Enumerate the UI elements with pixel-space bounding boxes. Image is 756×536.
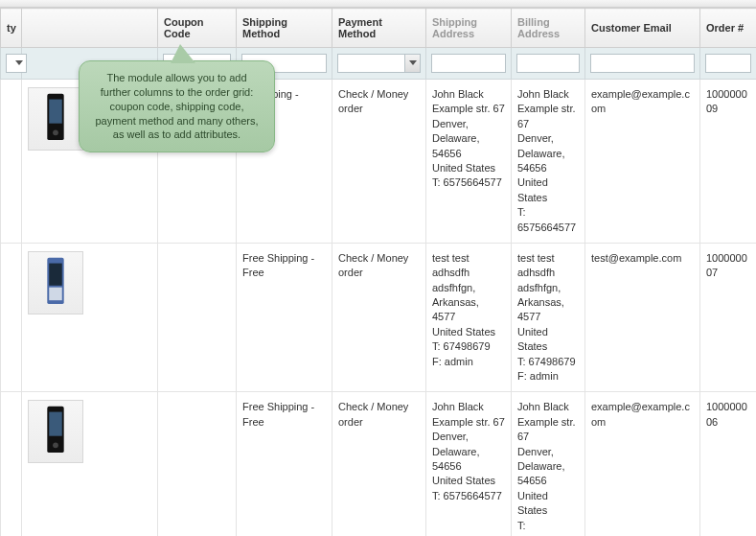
col-payment-method[interactable]: Payment Method — [332, 9, 426, 48]
cell-order-number: 100000006 — [700, 392, 757, 536]
cell-customer-email: test@example.com — [585, 243, 700, 392]
cell-qty — [1, 392, 22, 536]
col-coupon-code[interactable]: Coupon Code — [158, 9, 237, 48]
cell-order-number: 100000009 — [700, 80, 757, 244]
filter-shipaddr-input[interactable] — [431, 54, 506, 73]
col-thumbnail[interactable] — [22, 9, 158, 48]
cell-thumbnail — [22, 243, 158, 392]
cell-coupon — [158, 392, 237, 536]
filter-qty-select[interactable] — [6, 54, 27, 73]
table-row[interactable]: Free Shipping - FreeCheck / Money orderJ… — [1, 392, 757, 536]
product-thumbnail — [28, 87, 83, 151]
svg-rect-7 — [49, 412, 62, 436]
svg-rect-4 — [49, 263, 62, 285]
cell-order-number: 100000007 — [700, 243, 757, 392]
grid-header-row: ty Coupon Code Shipping Method Payment M… — [1, 9, 757, 48]
col-order-number[interactable]: Order # — [700, 9, 757, 48]
product-thumbnail — [28, 400, 83, 463]
cell-payment-method: Check / Money order — [332, 243, 426, 392]
cell-billing-address: John BlackExample str. 67Denver, Delawar… — [512, 392, 585, 536]
cell-customer-email: example@example.com — [585, 392, 700, 536]
cell-qty — [1, 80, 22, 244]
window-chrome-top — [0, 0, 756, 8]
filter-order-input[interactable] — [705, 54, 751, 73]
cell-billing-address: test testadhsdfh adsfhfgn, Arkansas, 457… — [512, 243, 585, 392]
cell-shipping-method: Free Shipping - Free — [237, 392, 332, 536]
feature-tooltip: The module allows you to add further col… — [79, 60, 275, 152]
filter-email-input[interactable] — [590, 54, 695, 73]
col-billing-address[interactable]: Billing Address — [512, 9, 585, 48]
col-shipping-method[interactable]: Shipping Method — [237, 9, 332, 48]
cell-shipping-address: test testadhsdfh adsfhfgn, Arkansas, 457… — [426, 243, 512, 392]
col-shipping-address[interactable]: Shipping Address — [426, 9, 512, 48]
table-row[interactable]: Free Shipping - FreeCheck / Money ordert… — [1, 243, 757, 392]
col-customer-email[interactable]: Customer Email — [585, 9, 700, 48]
cell-shipping-address: John BlackExample str. 67Denver, Delawar… — [426, 392, 512, 536]
product-thumbnail — [28, 251, 83, 315]
col-qty[interactable]: ty — [1, 9, 22, 48]
cell-coupon — [158, 243, 237, 392]
cell-customer-email: example@example.com — [585, 80, 700, 244]
filter-billaddr-input[interactable] — [516, 54, 580, 73]
svg-point-2 — [53, 129, 58, 135]
chevron-down-icon — [404, 55, 420, 72]
cell-payment-method: Check / Money order — [332, 80, 426, 244]
svg-rect-1 — [49, 100, 62, 124]
cell-qty — [1, 243, 22, 392]
cell-thumbnail — [22, 392, 158, 536]
svg-point-8 — [53, 443, 58, 449]
cell-payment-method: Check / Money order — [332, 392, 426, 536]
filter-payment-select[interactable] — [337, 54, 421, 73]
cell-billing-address: John BlackExample str. 67Denver, Delawar… — [512, 80, 585, 244]
svg-rect-5 — [49, 288, 62, 301]
cell-shipping-address: John BlackExample str. 67Denver, Delawar… — [426, 80, 512, 244]
cell-shipping-method: Free Shipping - Free — [237, 243, 332, 392]
